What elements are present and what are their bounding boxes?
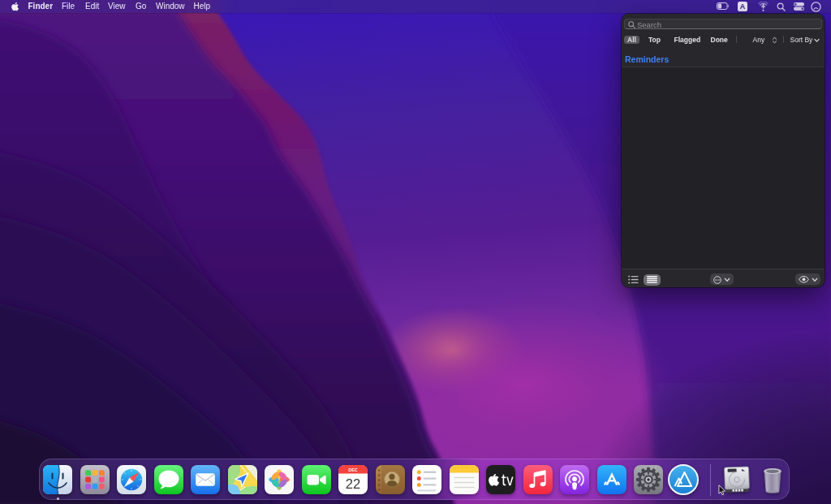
svg-text:DEC: DEC <box>348 467 357 472</box>
svg-text:22: 22 <box>346 476 360 491</box>
svg-text:A: A <box>740 2 746 11</box>
